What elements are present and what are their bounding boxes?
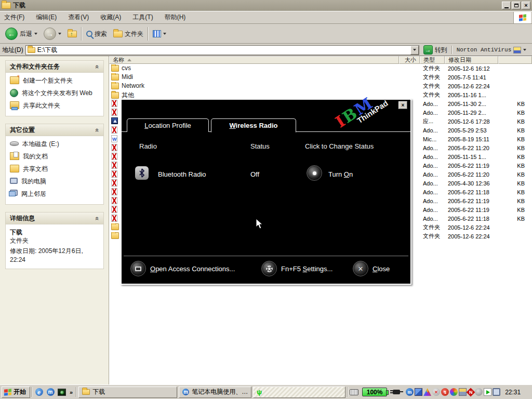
maxthon-icon[interactable]: m — [406, 388, 414, 396]
toolbar: ← 后退 → ↑ 搜索 文件夹 — [0, 24, 532, 44]
battery-indicator[interactable]: 100% — [362, 388, 387, 396]
back-button[interactable]: ← 后退 — [3, 26, 39, 42]
xunlei-icon[interactable]: ↯ — [441, 388, 449, 396]
task-share-folder[interactable]: 共享此文件夹 — [10, 101, 100, 110]
close-button[interactable]: × — [522, 2, 530, 9]
panel-file-tasks-header[interactable]: 文件和文件夹任务 « — [6, 61, 103, 73]
power-lightning-icon[interactable] — [467, 388, 475, 396]
place-my-documents[interactable]: 我的文档 — [10, 152, 100, 161]
minimize-button[interactable] — [502, 2, 511, 9]
table-row[interactable]: 其他 文件夹 2005-11-16 1... — [109, 90, 532, 99]
network-connection-icon[interactable] — [493, 388, 500, 396]
image-viewer-icon[interactable] — [423, 388, 431, 396]
file-type: Ado... — [423, 154, 449, 160]
place-shared-documents[interactable]: 共享文档 — [10, 165, 100, 174]
file-date: 2005-6-22 11:18 — [448, 216, 521, 222]
search-button[interactable]: 搜索 — [84, 28, 109, 40]
address-dropdown-icon[interactable] — [410, 46, 419, 55]
search-icon — [86, 31, 92, 37]
task-scheduler-icon[interactable] — [484, 388, 491, 396]
collapse-chevron-icon[interactable]: « — [94, 216, 101, 220]
start-button[interactable]: 开始 — [2, 387, 30, 398]
open-access-connections-button[interactable]: Open Access Connections... — [130, 261, 235, 276]
collapse-chevron-icon[interactable]: « — [94, 128, 101, 131]
keyboard-icon[interactable] — [350, 389, 358, 395]
file-name: Midi — [122, 73, 133, 81]
fn-f5-settings-button[interactable]: Fn+F5 Settings... — [261, 261, 332, 276]
column-name[interactable]: 名称 — [109, 56, 399, 64]
restore-button[interactable] — [512, 2, 521, 9]
maxthon-icon[interactable]: m — [46, 388, 55, 397]
table-row[interactable]: Midi 文件夹 2005-7-5 11:41 — [109, 73, 532, 82]
folders-label: 文件夹 — [125, 30, 143, 38]
ie-icon[interactable]: e — [34, 388, 44, 397]
norton-dropdown-icon[interactable] — [523, 49, 526, 51]
turn-on-button[interactable] — [307, 165, 322, 181]
toolbar-separator — [81, 27, 82, 40]
file-type: Ado... — [423, 110, 449, 116]
forward-dropdown-icon[interactable] — [58, 33, 61, 35]
bluetooth-icon — [135, 166, 149, 180]
panel-details-header[interactable]: 详细信息 « — [6, 212, 103, 224]
norton-antivirus-button[interactable]: Norton AntiVirus — [455, 45, 529, 55]
media-player-icon[interactable] — [450, 388, 458, 396]
memory-card-icon[interactable] — [459, 388, 467, 396]
place-my-computer[interactable]: 我的电脑 — [10, 177, 100, 186]
views-dropdown-icon[interactable] — [163, 33, 166, 35]
column-type[interactable]: 类型 — [420, 56, 445, 64]
back-icon: ← — [5, 28, 18, 40]
file-date: 2005-12-6 22:24 — [448, 233, 521, 240]
share-folder-icon — [10, 101, 19, 109]
turn-on-label[interactable]: Turn On — [328, 170, 353, 178]
menu-file[interactable]: 文件(F) — [4, 13, 24, 22]
network-places-icon — [10, 190, 18, 196]
menu-tools[interactable]: 工具(T) — [132, 13, 153, 22]
menu-favorites[interactable]: 收藏(A) — [100, 13, 121, 22]
forward-button[interactable]: → — [42, 26, 63, 42]
table-row[interactable]: Network 文件夹 2005-12-6 22:24 — [109, 82, 532, 90]
tab-location-profile[interactable]: Location Profile — [127, 118, 209, 132]
menu-help[interactable]: 帮助(H) — [165, 13, 186, 22]
file-date: 2005-6-22 11:18 — [448, 189, 521, 195]
details-folder-name: 下载 — [10, 228, 100, 236]
taskbar-clock[interactable]: 22:31 — [505, 389, 521, 396]
task-button-notebook[interactable]: m 笔记本电脑使用、维... — [179, 387, 251, 398]
column-size[interactable]: 大小 — [399, 56, 420, 64]
tab-wireless-radio[interactable]: Wireless Radio — [211, 118, 296, 132]
back-dropdown-icon[interactable] — [34, 33, 37, 35]
task-new-folder[interactable]: 创建一个新文件夹 — [10, 76, 100, 85]
file-icon — [111, 179, 117, 187]
task-button-wireless[interactable]: ψ — [253, 387, 345, 398]
place-local-disk-e[interactable]: 本地磁盘 (E:) — [10, 140, 100, 149]
up-button[interactable]: ↑ — [65, 29, 79, 39]
views-button[interactable] — [151, 29, 168, 39]
network-monitors-icon[interactable] — [415, 388, 422, 396]
quick-launch-overflow[interactable]: » — [68, 389, 74, 395]
column-date[interactable]: 修改日期 — [445, 56, 498, 64]
acdsee-icon[interactable] — [57, 388, 66, 397]
start-label: 开始 — [14, 388, 26, 396]
file-type: Ado... — [423, 189, 449, 195]
task-publish-web[interactable]: 将这个文件夹发布到 Web — [10, 89, 100, 98]
go-button[interactable]: → 转到 — [421, 44, 449, 56]
table-row[interactable]: cvs 文件夹 2005-12-6 16:12 — [109, 64, 532, 73]
panel-other-places-header[interactable]: 其它位置 « — [6, 124, 103, 136]
close-x-icon: ✕ — [353, 261, 368, 276]
mute-icon[interactable]: ✕ — [432, 388, 440, 396]
file-type: Ado... — [423, 198, 449, 204]
menu-view[interactable]: 查看(V) — [68, 13, 89, 22]
taskbar-separator — [347, 387, 348, 397]
dialog-close-action-button[interactable]: ✕ Close — [353, 261, 390, 276]
collapse-chevron-icon[interactable]: « — [94, 64, 101, 68]
task-button-download[interactable]: 下载 — [78, 387, 177, 398]
file-icon — [111, 197, 117, 204]
address-input[interactable]: E:\下载 — [25, 45, 419, 55]
panel-file-tasks: 文件和文件夹任务 « 创建一个新文件夹 将这个文件夹发布到 Web 共享此文件夹 — [5, 60, 104, 116]
menu-edit[interactable]: 编辑(E) — [36, 13, 57, 22]
place-network-places[interactable]: 网上邻居 — [10, 190, 100, 198]
volume-icon[interactable] — [475, 388, 483, 396]
file-date: 2005-12-6 22:24 — [448, 224, 521, 231]
folders-button[interactable]: 文件夹 — [111, 28, 145, 40]
ac-plug-icon — [393, 390, 400, 394]
address-folder-icon — [28, 47, 35, 53]
